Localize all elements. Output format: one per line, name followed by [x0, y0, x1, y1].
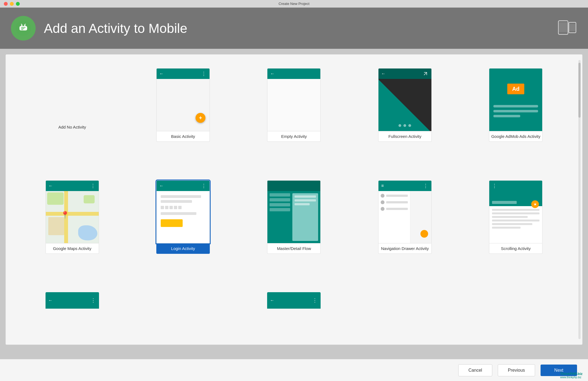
svg-rect-14	[569, 24, 575, 31]
activity-item-partial-1[interactable]: ← ⋮	[17, 287, 128, 336]
scrollbar-thumb[interactable]	[578, 63, 581, 118]
previous-button[interactable]: Previous	[498, 364, 535, 376]
titlebar: Create New Project	[0, 0, 588, 8]
partial-thumb-2: ← ⋮	[267, 292, 321, 309]
activity-item-partial-2[interactable]: ← ⋮	[239, 287, 349, 336]
android-logo-icon	[15, 20, 32, 36]
spacer-1	[128, 287, 238, 336]
activity-item-fullscreen[interactable]: ←	[349, 63, 460, 175]
minimize-button[interactable]	[10, 2, 14, 6]
back-arrow-icon: ←	[159, 71, 164, 76]
svg-rect-12	[559, 22, 567, 32]
activity-item-login[interactable]: ← ⋮	[128, 175, 238, 287]
window-title: Create New Project	[279, 2, 310, 6]
scrolling-activity-label: Scrolling Activity	[489, 243, 542, 254]
add-no-activity-label: Add No Activity	[58, 125, 86, 129]
svg-rect-8	[21, 27, 26, 28]
bottom-navigation: Cancel Previous Next ThinkPHP.biz www.th…	[0, 359, 588, 381]
activity-item-basic[interactable]: ← ⋮ + Basic Activity	[128, 63, 238, 175]
svg-rect-10	[21, 29, 23, 30]
activities-grid: Add No Activity ← ⋮ + Basic Activity ←	[6, 55, 582, 345]
partial-thumb-1: ← ⋮	[46, 292, 99, 309]
activity-item-master-detail[interactable]: Master/Detail Flow	[239, 175, 349, 287]
master-detail-label: Master/Detail Flow	[267, 243, 321, 254]
cancel-button[interactable]: Cancel	[458, 364, 492, 376]
nav-drawer-label: Navigation Drawer Activity	[378, 243, 432, 254]
activity-item-add-no[interactable]: Add No Activity	[17, 63, 128, 175]
admob-activity-thumb: Ad	[489, 68, 542, 131]
activity-item-scrolling[interactable]: ⋮ ★	[460, 175, 571, 287]
empty-activity-thumb: ←	[267, 68, 321, 131]
svg-rect-9	[21, 28, 24, 29]
page-header: Add an Activity to Mobile	[0, 8, 588, 49]
admob-activity-label: Google AdMob Ads Activity	[489, 131, 542, 142]
back-arrow-icon: ←	[270, 71, 275, 76]
android-studio-logo	[11, 16, 36, 41]
activity-item-maps[interactable]: ← ⋮ 📍	[17, 175, 128, 287]
fullscreen-activity-thumb: ←	[378, 68, 432, 131]
empty-activity-label: Empty Activity	[267, 131, 321, 142]
scrolling-activity-thumb: ⋮ ★	[489, 180, 542, 243]
window-controls	[4, 2, 20, 6]
watermark: ThinkPHP.biz www.thinkphp.biz	[560, 372, 583, 379]
device-icon	[558, 20, 577, 36]
maps-activity-label: Google Maps Activity	[46, 243, 99, 254]
basic-activity-thumb: ← ⋮ +	[156, 68, 210, 131]
scrollbar-track[interactable]	[578, 60, 581, 339]
login-activity-thumb: ← ⋮	[156, 180, 210, 243]
maximize-button[interactable]	[16, 2, 20, 6]
menu-dots-icon: ⋮	[201, 71, 207, 77]
basic-activity-label: Basic Activity	[156, 131, 210, 142]
main-content-area: Add No Activity ← ⋮ + Basic Activity ←	[5, 54, 583, 345]
close-button[interactable]	[4, 2, 8, 6]
activity-item-empty[interactable]: ← Empty Activity	[239, 63, 349, 175]
maps-activity-thumb: ← ⋮ 📍	[46, 180, 99, 243]
fullscreen-activity-label: Fullscreen Activity	[378, 131, 432, 142]
page-title: Add an Activity to Mobile	[44, 21, 187, 36]
activity-item-nav-drawer[interactable]: ≡ ⋮	[349, 175, 460, 287]
master-detail-thumb	[267, 180, 321, 243]
activity-item-admob[interactable]: Ad Google AdMob Ads Activity	[460, 63, 571, 175]
login-activity-label: Login Activity	[156, 243, 210, 254]
fab-icon: +	[196, 113, 205, 123]
nav-drawer-thumb: ≡ ⋮	[378, 180, 432, 243]
